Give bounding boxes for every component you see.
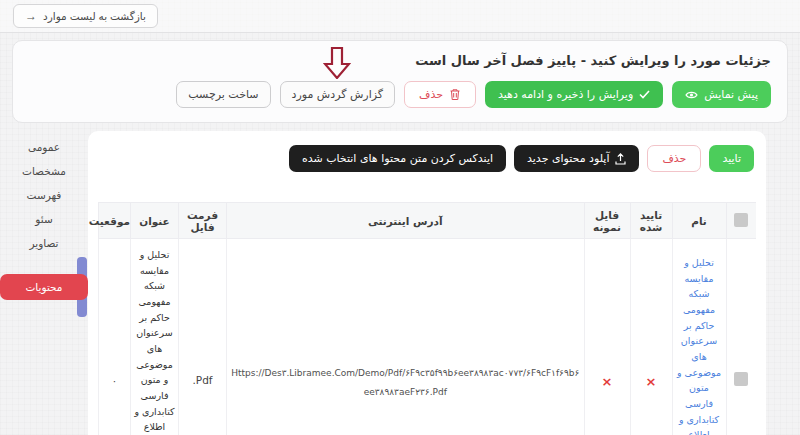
edit-header-card: جزئیات مورد را ویرایش کنید - پاییز فصل آ… xyxy=(12,40,788,123)
contents-table: نام تایید شده فایل نمونه آدرس اینترنتی ف… xyxy=(98,202,756,435)
create-tag-label: ساخت برچسب xyxy=(188,88,258,101)
preview-button[interactable]: پیش نمایش xyxy=(672,81,771,108)
index-selected-content-label: ایندکس کردن متن محتوا های انتخاب شده xyxy=(302,152,493,165)
back-to-list-button[interactable]: بازگشت به لیست موارد → xyxy=(13,4,158,28)
delete-content-button[interactable]: حذف xyxy=(647,145,701,172)
select-all-checkbox[interactable] xyxy=(734,213,748,227)
index-selected-content-button[interactable]: ایندکس کردن متن محتوا های انتخاب شده xyxy=(289,145,506,172)
header-file-format: فرمت فایل xyxy=(179,203,227,239)
cell-confirmed: × xyxy=(630,239,672,435)
cell-name: تحلیل و مقایسه شبکه مفهومی حاکم بر سرعنو… xyxy=(672,239,726,435)
contents-panel: تایید حذف آپلود محتوای جدید ایندکس کردن … xyxy=(88,131,766,435)
header-confirmed: تایید شده xyxy=(630,203,672,239)
upload-new-content-button[interactable]: آپلود محتوای جدید xyxy=(514,145,639,172)
eye-icon xyxy=(685,90,698,100)
back-arrow-icon: → xyxy=(25,9,37,23)
annotation-down-arrow xyxy=(323,47,351,79)
sidebar-item-general[interactable]: عمومی xyxy=(0,135,88,159)
confirm-label: تایید xyxy=(722,152,741,165)
create-tag-button[interactable]: ساخت برچسب xyxy=(176,81,270,108)
header-name: نام xyxy=(672,203,726,239)
confirm-button[interactable]: تایید xyxy=(709,145,754,172)
header-actions: پیش نمایش ویرایش را ذخیره و ادامه دهید ح… xyxy=(29,81,771,108)
sidebar-tabs: عمومی مشخصات فهرست سئو تصاویر محتویات xyxy=(0,131,88,319)
confirmed-x-icon: × xyxy=(646,374,657,389)
cell-position: ۰ xyxy=(99,239,131,435)
sidebar-item-contents[interactable]: محتویات xyxy=(0,274,88,300)
sidebar-item-contents-wrap: محتویات xyxy=(0,274,88,300)
header-position: موقعیت xyxy=(99,203,131,239)
content-name-link[interactable]: تحلیل و مقایسه شبکه مفهومی حاکم بر سرعنو… xyxy=(675,255,724,435)
circulation-report-label: گزارش گردش مورد xyxy=(292,88,384,101)
delete-item-button[interactable]: حذف xyxy=(404,81,476,108)
header-sample-file: فایل نمونه xyxy=(584,203,630,239)
content-url: Https://Des۳.Libramee.Com/Demo/Pdf/۶F۹c۳… xyxy=(231,368,579,398)
cell-select xyxy=(726,239,756,435)
cell-sample-file: × xyxy=(584,239,630,435)
header-title: عنوان xyxy=(131,203,179,239)
table-row: تحلیل و مقایسه شبکه مفهومی حاکم بر سرعنو… xyxy=(99,239,757,435)
report-button-wrap: گزارش گردش مورد xyxy=(280,81,396,108)
upload-icon xyxy=(615,153,626,165)
contents-actions: تایید حذف آپلود محتوای جدید ایندکس کردن … xyxy=(100,145,754,172)
save-and-continue-label: ویرایش را ذخیره و ادامه دهید xyxy=(498,88,633,101)
delete-content-label: حذف xyxy=(662,152,686,165)
row-checkbox[interactable] xyxy=(734,372,748,386)
delete-item-label: حذف xyxy=(419,88,443,101)
preview-label: پیش نمایش xyxy=(704,88,758,101)
upload-new-content-label: آپلود محتوای جدید xyxy=(527,152,609,165)
cell-file-format: Pdf. xyxy=(179,239,227,435)
sidebar-item-seo[interactable]: سئو xyxy=(0,207,88,231)
table-header-row: نام تایید شده فایل نمونه آدرس اینترنتی ف… xyxy=(99,203,757,239)
trash-icon xyxy=(449,88,461,101)
sidebar-item-specifications[interactable]: مشخصات xyxy=(0,159,88,183)
sidebar-item-images[interactable]: تصاویر xyxy=(0,231,88,255)
header-url: آدرس اینترنتی xyxy=(227,203,585,239)
top-bar: بازگشت به لیست موارد → xyxy=(0,0,800,33)
main-area: تایید حذف آپلود محتوای جدید ایندکس کردن … xyxy=(0,131,800,435)
cell-title: تحلیل و مقایسه شبکه مفهومی حاکم بر سرعنو… xyxy=(131,239,179,435)
sample-file-x-icon: × xyxy=(602,374,613,389)
header-select-all xyxy=(726,203,756,239)
sidebar-item-catalog[interactable]: فهرست xyxy=(0,183,88,207)
page-title: جزئیات مورد را ویرایش کنید - پاییز فصل آ… xyxy=(29,53,771,68)
back-to-list-label: بازگشت به لیست موارد xyxy=(43,10,146,22)
check-icon xyxy=(639,90,650,99)
save-and-continue-button[interactable]: ویرایش را ذخیره و ادامه دهید xyxy=(485,81,663,108)
circulation-report-button[interactable]: گزارش گردش مورد xyxy=(280,81,396,108)
cell-url: Https://Des۳.Libramee.Com/Demo/Pdf/۶F۹c۳… xyxy=(227,239,585,435)
